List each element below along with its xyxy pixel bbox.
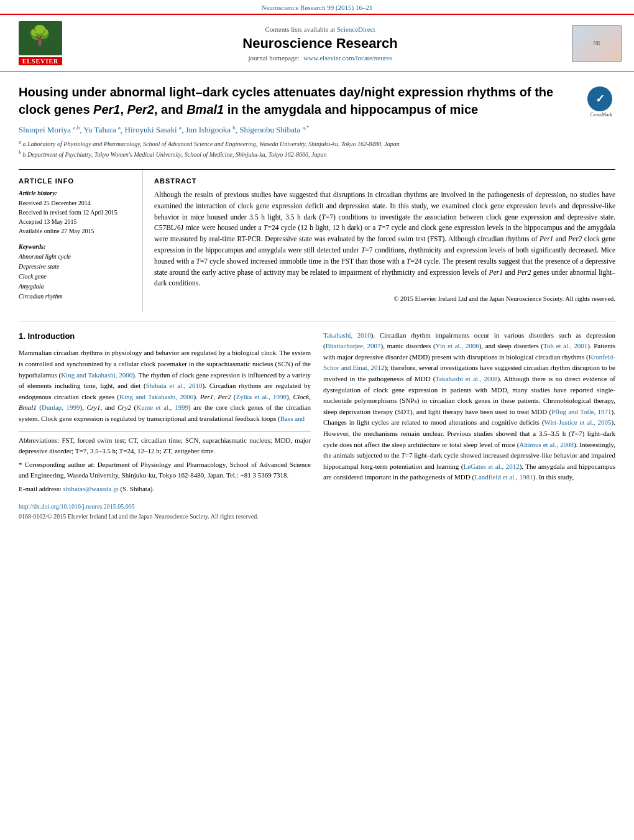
keywords-list: Abnormal light cycle Depressive state Cl… — [19, 252, 135, 302]
crossmark-inner: ✓ — [587, 86, 612, 111]
keyword-1: Abnormal light cycle — [19, 253, 71, 260]
ref-king-takahashi-2000b[interactable]: King and Takahashi, 2000 — [119, 393, 193, 400]
bottom-links-section: http://dx.doi.org/10.1016/j.neures.2015.… — [19, 502, 311, 522]
sciencedirect-link[interactable]: ScienceDirect — [337, 25, 375, 33]
ref-takahashi-2010[interactable]: Takahashi, 2010 — [323, 331, 371, 339]
journal-reference-bar: Neuroscience Research 99 (2015) 16–21 — [0, 0, 634, 14]
contents-text: Contents lists available at — [265, 25, 335, 33]
email-line: E-mail address: shibatas@waseda.jp (S. S… — [19, 484, 311, 495]
journal-name: Neuroscience Research — [68, 35, 572, 52]
keywords-label: Keywords: — [19, 243, 135, 250]
article-info-column: ARTICLE INFO Article history: Received 2… — [19, 170, 143, 312]
homepage-text: journal homepage: — [248, 54, 299, 62]
article-title: Housing under abnormal light–dark cycles… — [19, 83, 578, 118]
crossmark-badge: ✓ CrossMark — [587, 86, 615, 114]
ref-zylka-1998[interactable]: Zylka et al., 1998 — [236, 393, 287, 400]
abstract-column: ABSTRACT Although the results of previou… — [143, 170, 615, 312]
showed-word: showed — [496, 430, 517, 437]
footnote-section: Abbreviations: FST, forced swim test; CT… — [19, 431, 311, 495]
ref-bhattacharjee[interactable]: Bhattacharjee, 2007 — [326, 342, 381, 349]
journal-right-logo: NR — [572, 25, 622, 62]
section-title: Introduction — [27, 331, 75, 341]
journal-header: ELSEVIER Contents lists available at Sci… — [0, 14, 634, 72]
intro-paragraph-1: Mammalian circadian rhythms in physiolog… — [19, 348, 311, 424]
article-info-heading: ARTICLE INFO — [19, 177, 135, 185]
ref-yin-2006[interactable]: Yin et al., 2006 — [436, 342, 479, 349]
email-name: (S. Shibata). — [120, 485, 154, 492]
abstract-text: Although the results of previous studies… — [154, 190, 615, 289]
ref-pflug[interactable]: Pflug and Tolle, 1971 — [551, 408, 612, 415]
keyword-5: Circadian rhythm — [19, 293, 63, 300]
body-left-column: 1. Introduction Mammalian circadian rhyt… — [19, 330, 311, 522]
main-content: Housing under abnormal light–dark cycles… — [0, 72, 634, 533]
introduction-heading: 1. Introduction — [19, 330, 311, 343]
related-word: related — [310, 269, 329, 276]
affiliations: a a Laboratory of Physiology and Pharmac… — [19, 139, 615, 159]
keyword-2: Depressive state — [19, 263, 59, 270]
ref-shibata-2010[interactable]: Shibata et al., 2010 — [146, 382, 203, 389]
ref-toh-2001[interactable]: Toh et al., 2001 — [543, 342, 587, 349]
ref-kronfeld[interactable]: Kronfeld-Schor and Einat, 2012 — [323, 353, 615, 372]
section-divider — [19, 321, 615, 321]
doi-link[interactable]: http://dx.doi.org/10.1016/j.neures.2015.… — [19, 503, 135, 510]
issn-copyright: 0168-0102/© 2015 Elsevier Ireland Ltd an… — [19, 513, 259, 520]
copyright-line: © 2015 Elsevier Ireland Ltd and the Japa… — [154, 294, 615, 304]
ref-wirt-justice[interactable]: Wirt-Justice et al., 2005 — [544, 418, 611, 426]
journal-ref-text: Neuroscience Research 99 (2015) 16–21 — [262, 4, 373, 11]
history-label: Article history: — [19, 190, 135, 196]
received-revised-date: Received in revised form 12 April 2015 — [19, 208, 135, 217]
affiliation-b: b Department of Psychiatry, Tokyo Women'… — [23, 151, 327, 158]
section-number: 1. — [19, 331, 25, 341]
article-title-section: Housing under abnormal light–dark cycles… — [19, 83, 615, 118]
journal-center-info: Contents lists available at ScienceDirec… — [68, 25, 572, 62]
ref-takahashi-2008[interactable]: Takahashi et al., 2008 — [435, 375, 497, 382]
info-abstract-row: ARTICLE INFO Article history: Received 2… — [19, 169, 615, 312]
ref-dunlap-1999[interactable]: Dunlap, 1999 — [42, 404, 80, 411]
available-date: Available online 27 May 2015 — [19, 226, 135, 236]
elsevier-logo: ELSEVIER — [12, 21, 68, 65]
elsevier-tree-image — [19, 21, 62, 55]
abstract-heading: ABSTRACT — [154, 177, 615, 185]
ref-kume-1999[interactable]: Kume et al., 1999 — [136, 404, 188, 411]
ref-altimus[interactable]: Altimus et al., 2008 — [519, 441, 574, 448]
ref-king-takahashi-2000[interactable]: King and Takahashi, 2000 — [61, 371, 132, 379]
email-address[interactable]: shibatas@waseda.jp — [63, 485, 118, 492]
corresponding-author-text: * Corresponding author at: Department of… — [19, 459, 311, 481]
homepage-url[interactable]: www.elsevier.com/locate/neures — [303, 54, 392, 62]
affiliation-a: a Laboratory of Physiology and Pharmacol… — [23, 141, 400, 148]
body-right-column: Takahashi, 2010). Circadian rhythm impai… — [323, 330, 615, 522]
keyword-4: Amygdala — [19, 283, 44, 290]
received-date: Received 25 December 2014 — [19, 198, 135, 208]
ref-bass[interactable]: Bass and — [280, 415, 305, 422]
homepage-line: journal homepage: www.elsevier.com/locat… — [68, 54, 572, 62]
right-col-paragraph-1: Takahashi, 2010). Circadian rhythm impai… — [323, 330, 615, 483]
crossmark-label: CrossMark — [587, 112, 615, 118]
body-columns: 1. Introduction Mammalian circadian rhyt… — [19, 330, 615, 522]
email-label: E-mail address: — [19, 485, 62, 492]
contents-line: Contents lists available at ScienceDirec… — [68, 25, 572, 33]
elsevier-label: ELSEVIER — [19, 57, 63, 65]
keyword-3: Clock gene — [19, 273, 47, 280]
accepted-date: Accepted 13 May 2015 — [19, 217, 135, 226]
authors-line: Shunpei Moriya a,b, Yu Tahara a, Hiroyuk… — [19, 124, 615, 135]
abbreviations-text: Abbreviations: FST, forced swim test; CT… — [19, 435, 311, 457]
ref-landfield[interactable]: Landfield et al., 1981 — [474, 473, 533, 481]
ref-legates[interactable]: LeGates et al., 2012 — [463, 463, 519, 470]
